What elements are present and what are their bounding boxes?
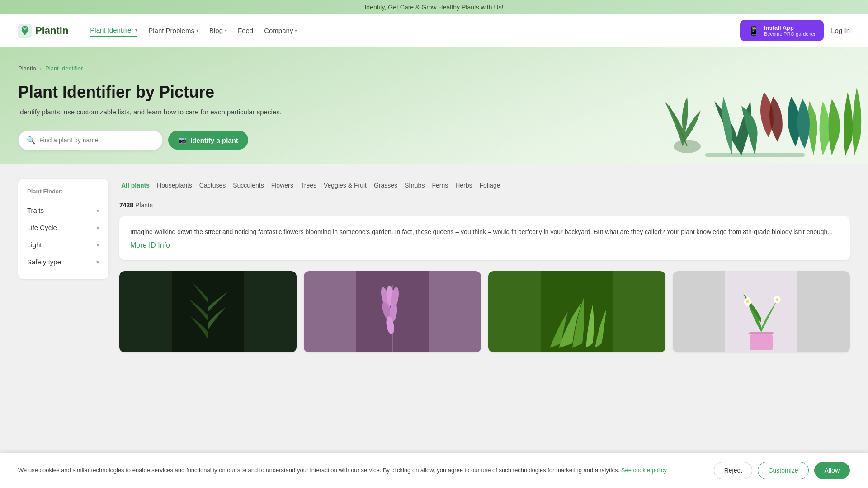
filter-safety-type-label: Safety type [27, 258, 61, 266]
plant-grid [119, 271, 850, 352]
nav-company-chevron: ▾ [295, 28, 297, 33]
search-box[interactable]: 🔍 [18, 130, 163, 150]
info-text: Imagine walking down the street and noti… [130, 227, 839, 238]
search-input[interactable] [39, 136, 154, 144]
filter-traits-chevron: ▾ [96, 207, 99, 214]
content-area: All plants Houseplants Cactuses Succulen… [119, 179, 850, 352]
filter-life-cycle-chevron: ▾ [96, 224, 99, 231]
category-tabs: All plants Houseplants Cactuses Succulen… [119, 179, 850, 192]
hero-content: Plant Identifier by Picture Identify pla… [18, 83, 289, 150]
breadcrumb-separator: › [40, 65, 42, 72]
nav-feed-label: Feed [238, 27, 253, 34]
login-button[interactable]: Log In [831, 27, 850, 34]
hero-section: Plantin › Plant Identifier Plant Identif… [0, 47, 868, 164]
nav-company[interactable]: Company ▾ [264, 25, 297, 36]
nav-plant-problems[interactable]: Plant Problems ▾ [148, 25, 198, 36]
sidebar-title: Plant Finder: [27, 188, 99, 195]
tab-ferns[interactable]: Ferns [430, 179, 450, 192]
nav-blog-label: Blog [209, 27, 223, 34]
svg-point-21 [746, 300, 749, 303]
filter-life-cycle[interactable]: Life Cycle ▾ [27, 219, 99, 236]
search-row: 🔍 📷 Identify a plant [18, 130, 289, 150]
filter-light-label: Light [27, 241, 42, 249]
nav-right: 📱 Install App Become PRO gardener Log In [740, 20, 850, 41]
plants-count: 7428 Plants [119, 202, 850, 209]
navbar: Plantin Plant Identifier ▾ Plant Problem… [0, 14, 868, 47]
logo-icon [18, 24, 32, 38]
svg-point-19 [746, 297, 750, 301]
svg-rect-2 [705, 153, 805, 157]
info-card: Imagine walking down the street and noti… [119, 216, 850, 260]
plant-image-1 [119, 271, 297, 352]
camera-icon: 📷 [178, 136, 187, 144]
tab-houseplants[interactable]: Houseplants [155, 179, 194, 192]
plant-image-3 [488, 271, 665, 352]
tab-herbs[interactable]: Herbs [453, 179, 474, 192]
identify-btn-label: Identify a plant [190, 136, 238, 144]
plant-image-4 [673, 271, 850, 352]
plants-svg [642, 56, 868, 164]
install-app-button[interactable]: 📱 Install App Become PRO gardener [740, 20, 824, 41]
sidebar-card: Plant Finder: Traits ▾ Life Cycle ▾ Ligh… [18, 179, 108, 279]
svg-point-20 [746, 303, 750, 306]
plant-card-2[interactable] [304, 271, 481, 352]
login-label: Log In [831, 27, 850, 34]
nav-plant-identifier-label: Plant Identifier [90, 26, 133, 34]
tab-cactuses[interactable]: Cactuses [198, 179, 227, 192]
nav-links: Plant Identifier ▾ Plant Problems ▾ Blog… [90, 24, 726, 37]
hero-title: Plant Identifier by Picture [18, 83, 289, 102]
sidebar: Plant Finder: Traits ▾ Life Cycle ▾ Ligh… [18, 179, 108, 352]
filter-safety-type[interactable]: Safety type ▾ [27, 253, 99, 270]
count-number: 7428 [119, 202, 133, 209]
filter-safety-type-chevron: ▾ [96, 258, 99, 266]
breadcrumb-current: Plant Identifier [45, 65, 83, 72]
tab-trees[interactable]: Trees [299, 179, 318, 192]
nav-blog[interactable]: Blog ▾ [209, 25, 227, 36]
top-banner: Identify, Get Care & Grow Healthy Plants… [0, 0, 868, 14]
breadcrumb-home-label: Plantin [18, 65, 36, 72]
nav-plant-identifier[interactable]: Plant Identifier ▾ [90, 24, 137, 37]
logo[interactable]: Plantin [18, 24, 68, 38]
filter-traits-label: Traits [27, 206, 44, 214]
filter-light-chevron: ▾ [96, 241, 99, 249]
tab-veggies-fruit[interactable]: Veggies & Fruit [322, 179, 368, 192]
nav-plant-problems-label: Plant Problems [148, 27, 194, 34]
nav-feed[interactable]: Feed [238, 25, 253, 36]
install-btn-text: Install App Become PRO gardener [764, 24, 816, 37]
plant-card-4[interactable] [673, 271, 850, 352]
count-label: Plants [135, 202, 153, 209]
identify-button[interactable]: 📷 Identify a plant [168, 131, 248, 150]
banner-text: Identify, Get Care & Grow Healthy Plants… [364, 4, 503, 11]
install-btn-top: Install App [764, 24, 816, 31]
nav-blog-chevron: ▾ [225, 28, 227, 33]
tab-flowers[interactable]: Flowers [269, 179, 295, 192]
tab-all-plants[interactable]: All plants [119, 179, 151, 192]
filter-life-cycle-label: Life Cycle [27, 224, 57, 231]
tab-grasses[interactable]: Grasses [372, 179, 399, 192]
filter-traits[interactable]: Traits ▾ [27, 202, 99, 219]
search-icon: 🔍 [27, 136, 36, 145]
main-content: Plant Finder: Traits ▾ Life Cycle ▾ Ligh… [0, 164, 868, 367]
tab-succulents[interactable]: Succulents [231, 179, 265, 192]
install-icon: 📱 [748, 25, 760, 36]
hero-description: Identify plants, use customizable lists,… [18, 107, 289, 117]
nav-plant-identifier-chevron: ▾ [135, 28, 137, 33]
nav-plant-problems-chevron: ▾ [196, 28, 198, 33]
breadcrumb-home[interactable]: Plantin [18, 65, 36, 72]
svg-point-23 [776, 298, 778, 301]
plant-card-3[interactable] [488, 271, 665, 352]
more-id-info-link[interactable]: More ID Info [130, 241, 839, 249]
plant-card-1[interactable] [119, 271, 297, 352]
tab-shrubs[interactable]: Shrubs [403, 179, 426, 192]
install-btn-bottom: Become PRO gardener [764, 31, 816, 37]
logo-text: Plantin [35, 25, 68, 37]
nav-company-label: Company [264, 27, 293, 34]
svg-rect-15 [750, 334, 773, 350]
hero-illustration [642, 56, 868, 164]
plant-image-2 [304, 271, 481, 352]
filter-light[interactable]: Light ▾ [27, 236, 99, 253]
tab-foliage[interactable]: Foliage [478, 179, 502, 192]
more-id-info-label: More ID Info [130, 241, 170, 249]
